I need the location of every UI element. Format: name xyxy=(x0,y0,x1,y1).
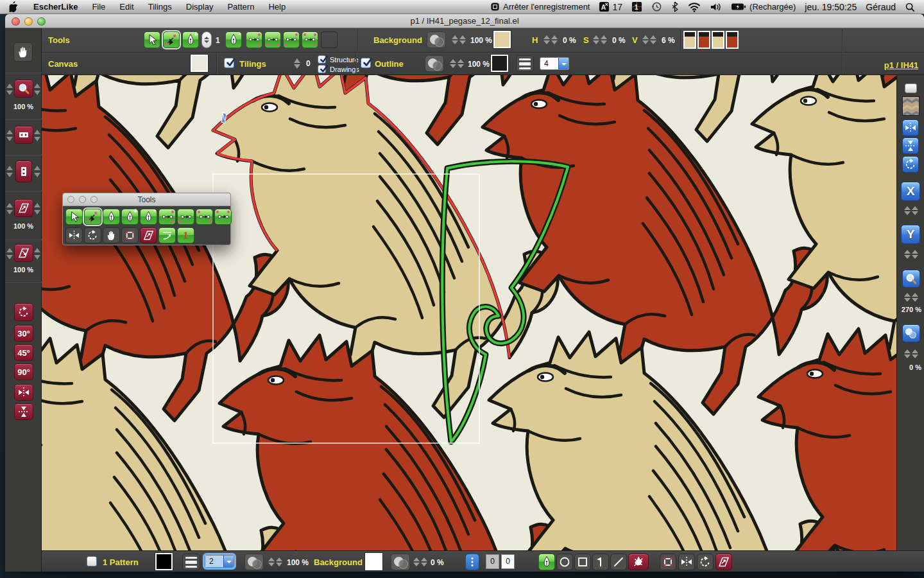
segment-tool-1-button[interactable] xyxy=(246,31,262,48)
shear-v-stepper-left[interactable] xyxy=(6,247,13,261)
view-zoom-button[interactable] xyxy=(902,270,920,288)
vsize-stepper-right[interactable] xyxy=(33,164,41,179)
input-source-item[interactable]: A 17 xyxy=(594,0,627,14)
palette-hand-button[interactable] xyxy=(103,227,120,243)
background-color-swatch[interactable] xyxy=(493,31,511,48)
time-machine-item[interactable] xyxy=(647,0,667,14)
menu-item-file[interactable]: File xyxy=(85,0,112,14)
palette-frame-button[interactable] xyxy=(121,227,139,243)
palette-direct-select-button[interactable] xyxy=(84,209,101,225)
doc-link[interactable]: p1 / IH41 xyxy=(884,60,918,70)
flip-horizontal-button[interactable] xyxy=(14,384,33,401)
pattern-bg-opacity-icon[interactable] xyxy=(391,554,410,570)
line-width-icon[interactable] xyxy=(516,55,534,72)
shear-button[interactable] xyxy=(715,554,732,570)
palette-title-bar[interactable]: Tools xyxy=(63,193,230,206)
palette-curve-button[interactable] xyxy=(158,227,176,243)
shear-h-stepper-left[interactable] xyxy=(6,202,13,216)
segment-tool-4-button[interactable] xyxy=(302,31,318,48)
guide-dots-button[interactable] xyxy=(465,554,479,570)
menu-item-display[interactable]: Display xyxy=(179,0,221,14)
background-opacity-stepper[interactable] xyxy=(451,35,466,45)
anchor-count-stepper[interactable] xyxy=(201,31,212,48)
rotate-30-button[interactable]: 30° xyxy=(14,325,33,342)
palette-segment-4-button[interactable] xyxy=(214,209,232,225)
shear-h-button[interactable] xyxy=(14,199,33,217)
rotate-button[interactable] xyxy=(697,554,714,570)
spotlight-item[interactable] xyxy=(900,0,924,14)
ellipse-tool-button[interactable] xyxy=(556,554,573,570)
pattern-toggle-button[interactable] xyxy=(905,83,917,93)
view-opacity-stepper[interactable] xyxy=(903,349,919,359)
height-resize-button[interactable] xyxy=(15,161,32,182)
apple-menu[interactable] xyxy=(0,0,26,14)
view-opacity-button[interactable] xyxy=(902,324,920,342)
x-offset-stepper[interactable] xyxy=(903,206,919,216)
palette-shear-button[interactable] xyxy=(140,227,157,243)
menu-item-pattern[interactable]: Pattern xyxy=(220,0,261,14)
stop-recording-item[interactable]: Arrêter l'enregistrement xyxy=(486,0,594,14)
x-offset-button[interactable]: X xyxy=(901,182,920,201)
color-palette-button[interactable] xyxy=(321,31,338,48)
hsize-stepper-left[interactable] xyxy=(6,128,13,143)
width-resize-button[interactable] xyxy=(14,126,33,144)
palette-segment-3-button[interactable] xyxy=(196,209,213,225)
spaces-item[interactable]: 1 xyxy=(627,0,647,14)
zoom-stepper-left[interactable] xyxy=(6,82,13,96)
offset-x-field[interactable]: 0 xyxy=(486,554,499,569)
palette-pen-plus-button[interactable]: + xyxy=(121,209,139,225)
pattern-background-swatch[interactable] xyxy=(365,553,382,570)
pattern-checkbox[interactable] xyxy=(87,556,97,566)
canvas-zoom-button[interactable] xyxy=(14,80,33,98)
palette-pen-button[interactable] xyxy=(103,209,120,225)
hue-stepper[interactable] xyxy=(543,35,558,45)
hsize-stepper-right[interactable] xyxy=(33,128,41,143)
tilings-checkbox[interactable] xyxy=(224,58,234,68)
shear-h-stepper-right[interactable] xyxy=(33,202,41,216)
rotate-90-button[interactable]: 90° xyxy=(14,363,33,380)
palette-pen-minus-button[interactable]: - xyxy=(140,209,157,225)
battery-item[interactable]: (Rechargée) xyxy=(726,0,800,14)
canvas-color-swatch[interactable] xyxy=(191,55,208,72)
pattern-line-width-icon[interactable] xyxy=(182,554,200,570)
mirror-button[interactable] xyxy=(678,554,695,570)
pattern-opacity-stepper[interactable] xyxy=(268,557,283,567)
pan-tool-button[interactable] xyxy=(13,42,33,62)
rotate-tool-button[interactable] xyxy=(14,303,33,321)
menu-item-tilings[interactable]: Tilings xyxy=(141,0,179,14)
pattern-width-dropdown[interactable]: 2 xyxy=(205,555,234,568)
flip-vertical-button[interactable] xyxy=(14,403,33,420)
palette-rotate-button[interactable] xyxy=(84,227,101,243)
title-bar[interactable]: p1 / IH41_pegase_12_final.el xyxy=(5,14,924,28)
draw-pen-button[interactable] xyxy=(538,554,555,570)
value-stepper[interactable] xyxy=(642,35,657,45)
lizard-tool-button[interactable] xyxy=(628,554,649,570)
structure-checkbox[interactable] xyxy=(318,55,326,64)
tile-swatch-1[interactable] xyxy=(683,31,696,49)
menu-item-help[interactable]: Help xyxy=(261,0,293,14)
shear-v-stepper-right[interactable] xyxy=(33,247,41,261)
menu-item-edit[interactable]: Edit xyxy=(112,0,141,14)
drawing-canvas[interactable] xyxy=(42,75,896,550)
menubar-clock[interactable]: jeu. 19:50:25 xyxy=(800,0,861,14)
pattern-thumbnail[interactable] xyxy=(902,96,920,116)
vsize-stepper-left[interactable] xyxy=(6,164,13,179)
outline-width-dropdown[interactable]: 4 xyxy=(540,57,569,70)
tile-swatch-3[interactable] xyxy=(712,31,724,49)
user-menu[interactable]: Géraud xyxy=(861,0,900,14)
offset-y-field[interactable]: 0 xyxy=(501,554,515,569)
tile-rotate-button[interactable] xyxy=(902,156,919,173)
menu-item-app[interactable]: EscherLike xyxy=(26,0,85,14)
palette-numeral-button[interactable]: 1 xyxy=(177,227,194,243)
palette-flip-h-button[interactable] xyxy=(65,227,83,243)
y-offset-stepper[interactable] xyxy=(903,249,919,259)
outline-color-swatch[interactable] xyxy=(491,55,508,72)
outline-opacity-stepper[interactable] xyxy=(449,58,465,69)
segment-tool-3-button[interactable] xyxy=(283,31,300,48)
outline-opacity-icon[interactable] xyxy=(425,55,444,72)
background-opacity-icon[interactable] xyxy=(427,31,446,48)
tile-swatch-2[interactable] xyxy=(697,31,710,49)
line-tool-button[interactable] xyxy=(610,554,627,570)
wifi-item[interactable] xyxy=(683,0,705,14)
pattern-stroke-swatch[interactable] xyxy=(155,553,173,570)
